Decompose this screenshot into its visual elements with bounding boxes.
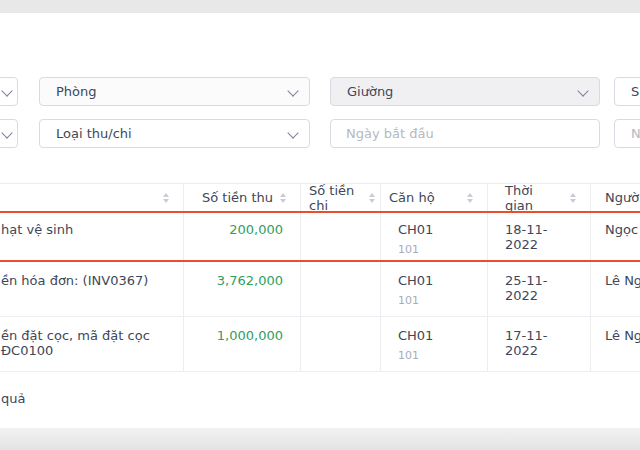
phong-code: 101 — [398, 243, 471, 256]
select-phong-label: Phòng — [40, 84, 97, 99]
can-ho-code: CH01 — [398, 222, 471, 237]
select-loai-thu-chi-label: Loại thu/chi — [40, 126, 132, 141]
select-clipped-left-1[interactable] — [0, 77, 18, 106]
phong-code: 101 — [398, 294, 471, 307]
results-count-text: quả — [1, 391, 25, 406]
cell-description: ền đặt cọc, mã đặt cọc ĐC0100 — [0, 317, 183, 371]
cell-description: ền hóa đơn: (INV0367) — [0, 262, 183, 316]
select-giuong-label: Giường — [331, 84, 393, 99]
cell-can-ho: CH01 101 — [380, 317, 487, 371]
select-giuong[interactable]: Giường — [330, 77, 600, 106]
select-loai-thu-chi[interactable]: Loại thu/chi — [39, 119, 310, 148]
cell-can-ho: CH01 101 — [380, 213, 487, 260]
header-can-ho[interactable]: Căn hộ — [380, 184, 487, 211]
header-nguoi[interactable]: Người n — [590, 184, 640, 211]
header-so-tien-thu[interactable]: Số tiền thu — [183, 184, 300, 211]
sort-icon — [369, 193, 375, 203]
cell-so-tien-thu: 1,000,000 — [183, 317, 300, 371]
input-clipped-right-2[interactable]: N — [614, 119, 640, 148]
cell-so-tien-thu: 3,762,000 — [183, 262, 300, 316]
select-clipped-right-1[interactable]: S — [614, 77, 640, 106]
table-row[interactable]: hạt vệ sinh 200,000 CH01 101 18-11-2022 … — [0, 211, 640, 262]
table-header-row: Số tiền thu Số tiền chi Căn hộ Thời gian… — [0, 183, 640, 211]
select-phong[interactable]: Phòng — [39, 77, 310, 106]
page: Phòng Giường S Loại thu/chi N Số tiền th… — [0, 0, 640, 450]
input-clipped-right-2-label: N — [615, 126, 640, 141]
header-nguoi-label: Người n — [605, 190, 640, 205]
cell-nguoi: Lê Ngọ — [590, 262, 640, 316]
header-can-ho-label: Căn hộ — [389, 190, 435, 205]
header-so-tien-thu-label: Số tiền thu — [202, 190, 273, 205]
table-row[interactable]: ền đặt cọc, mã đặt cọc ĐC0100 1,000,000 … — [0, 317, 640, 372]
transactions-table: Số tiền thu Số tiền chi Căn hộ Thời gian… — [0, 183, 640, 372]
cell-thoi-gian: 25-11-2022 — [487, 262, 590, 316]
header-so-tien-chi-label: Số tiền chi — [309, 184, 362, 211]
sort-icon — [280, 193, 286, 203]
phong-code: 101 — [398, 349, 471, 362]
cell-description: hạt vệ sinh — [0, 213, 183, 260]
cell-can-ho: CH01 101 — [380, 262, 487, 316]
can-ho-code: CH01 — [398, 328, 471, 343]
sort-icon — [163, 193, 169, 203]
chevron-down-icon — [1, 85, 12, 96]
chevron-down-icon — [287, 85, 298, 96]
can-ho-code: CH01 — [398, 273, 471, 288]
header-thoi-gian[interactable]: Thời gian — [487, 184, 590, 211]
select-clipped-left-2[interactable] — [0, 119, 18, 148]
start-date-input[interactable] — [330, 119, 600, 148]
table-row[interactable]: ền hóa đơn: (INV0367) 3,762,000 CH01 101… — [0, 262, 640, 317]
cell-thoi-gian: 18-11-2022 — [487, 213, 590, 260]
sort-icon — [467, 193, 473, 203]
header-thoi-gian-label: Thời gian — [505, 184, 563, 211]
chevron-down-icon — [1, 127, 12, 138]
header-description[interactable] — [0, 184, 183, 211]
cell-so-tien-chi — [300, 213, 380, 260]
cell-thoi-gian: 17-11-2022 — [487, 317, 590, 371]
top-gray-strip — [0, 0, 640, 13]
cell-so-tien-thu: 200,000 — [183, 213, 300, 260]
sort-icon — [570, 193, 576, 203]
select-clipped-right-1-label: S — [615, 84, 639, 99]
chevron-down-icon — [577, 85, 588, 96]
chevron-down-icon — [287, 127, 298, 138]
cell-so-tien-chi — [300, 262, 380, 316]
bottom-gray-strip — [0, 428, 640, 450]
cell-nguoi: Lê Ngọ — [590, 317, 640, 371]
header-so-tien-chi[interactable]: Số tiền chi — [300, 184, 380, 211]
cell-so-tien-chi — [300, 317, 380, 371]
cell-nguoi: Ngọc A — [590, 213, 640, 260]
